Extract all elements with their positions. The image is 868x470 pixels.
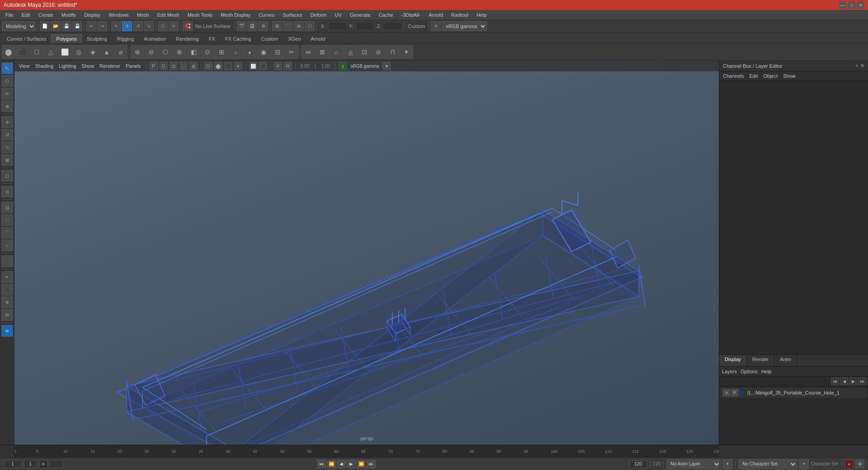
shelf-icon-sphere[interactable]: ⬤ [2, 45, 15, 59]
vp-texture-btn[interactable]: ⬛ [224, 62, 232, 70]
character-set-settings[interactable]: ▼ [799, 459, 809, 469]
vp-wireframe-btn[interactable]: ⬡ [204, 62, 212, 70]
shelf-icon-combine[interactable]: ⊕ [131, 45, 144, 59]
menu-display[interactable]: Display [80, 11, 104, 19]
snap-points-left[interactable]: ⊡ [1, 202, 13, 213]
shelf-icon-pyramid[interactable]: ▲ [100, 45, 113, 59]
shelf-icon-insert-edge[interactable]: ⊟ [271, 45, 284, 59]
vp-smooth-shade-btn[interactable]: ⬤ [214, 62, 222, 70]
menu-deform[interactable]: Deform [307, 11, 330, 19]
vp-frame-selection[interactable]: ⊞ [189, 62, 198, 70]
vp-frame-all[interactable]: ⬚ [179, 62, 188, 70]
shelf-icon-extrude[interactable]: ⬡ [159, 45, 172, 59]
step-forward-button[interactable]: ⏩ [357, 460, 366, 469]
shelf-icon-loop-edge[interactable]: ⬦ [229, 45, 242, 59]
show-manip-left[interactable]: ⊙ [1, 186, 13, 197]
shelf-tab-fx-caching[interactable]: FX Caching [220, 34, 256, 43]
shelf-icon-separate[interactable]: ⊖ [145, 45, 158, 59]
y-coord-input[interactable] [356, 22, 374, 30]
snap-point-button[interactable]: ⊕ [294, 21, 304, 31]
shelf-icon-mirror[interactable]: ⇔ [302, 45, 315, 59]
anim-layer-settings[interactable]: ▼ [722, 459, 732, 469]
gamma-icon[interactable]: ☀ [431, 21, 441, 31]
ipr-button[interactable]: 🖼 [247, 21, 257, 31]
shelf-tab-sculpting[interactable]: Sculpting [82, 34, 112, 43]
paint-select-left[interactable]: ✏ [1, 88, 13, 99]
snap-curve-button[interactable]: ⌒ [283, 21, 293, 31]
shelf-icon-cone[interactable]: △ [44, 45, 57, 59]
snap-grid-button[interactable]: ⊞ [272, 21, 282, 31]
step-back-button[interactable]: ⏪ [327, 460, 336, 469]
shelf-icon-bevel[interactable]: ◧ [187, 45, 200, 59]
layers-menu-layers[interactable]: Layers [722, 369, 737, 374]
menu-cache[interactable]: Cache [375, 11, 397, 19]
shelf-icon-multi-cut[interactable]: ✂ [285, 45, 298, 59]
render-button[interactable]: 🎬 [236, 21, 246, 31]
go-to-start-button[interactable]: ⏮ [317, 460, 326, 469]
character-set-dropdown[interactable]: No Character Set [738, 459, 797, 469]
new-scene-button[interactable]: 📄 [40, 21, 50, 31]
shelf-tab-animation[interactable]: Animation [139, 34, 171, 43]
redo-button[interactable]: ↪ [97, 21, 107, 31]
open-scene-button[interactable]: 📂 [51, 21, 61, 31]
maximize-button[interactable]: □ [848, 1, 855, 9]
snap-grid-left[interactable]: ⬚ [1, 214, 13, 226]
select-tool-left[interactable]: ↖ [1, 62, 13, 74]
scale-tool-button[interactable]: ⤡ [144, 21, 154, 31]
lasso-select[interactable]: ⬡ [158, 21, 168, 31]
snap-surface-button[interactable]: ⬡ [305, 21, 315, 31]
shelf-icon-offset-edge[interactable]: ⬧ [243, 45, 256, 59]
shelf-tab-rendering[interactable]: Rendering [171, 34, 204, 43]
anim-start-input[interactable] [4, 460, 22, 468]
layer-prev-button[interactable]: ◀ [840, 377, 848, 385]
shelf-icon-cylinder[interactable]: ⬡ [30, 45, 43, 59]
layer-new-button[interactable]: ⏮ [831, 377, 839, 385]
channel-box-expand[interactable]: + [856, 63, 859, 69]
namespace-editor[interactable]: ⊕ [1, 296, 13, 308]
maya-logo-button[interactable]: M [1, 325, 13, 337]
gamma-dropdown[interactable]: sRGB gamma [442, 21, 487, 31]
shelf-icon-circularize[interactable]: ◉ [257, 45, 270, 59]
layers-menu-help[interactable]: Help [761, 369, 772, 374]
layer-end-button[interactable]: ⏭ [858, 377, 866, 385]
auto-key-button[interactable]: ● [844, 460, 854, 469]
menu-create[interactable]: Create [35, 11, 57, 19]
soft-select-left[interactable]: ⊕ [1, 100, 13, 112]
menu-windows[interactable]: Windows [105, 11, 132, 19]
channel-box-close[interactable]: ✕ [860, 63, 864, 69]
timeline-numbers[interactable]: 1510152025303540455055606570758085909510… [14, 445, 719, 458]
ch-menu-edit[interactable]: Edit [749, 73, 758, 79]
z-coord-input[interactable] [384, 22, 402, 30]
vp-camera-orth[interactable]: O [160, 62, 168, 70]
vp-hud-toggle[interactable]: H [284, 62, 292, 70]
undo-button[interactable]: ↩ [86, 21, 96, 31]
vp-gamma-btn[interactable]: γ [339, 62, 347, 70]
display-layer-editor[interactable]: ≡ [1, 271, 13, 283]
menu-3dto-all[interactable]: -3DtoAll- [397, 11, 424, 19]
vp-isolate[interactable]: ⊡ [170, 62, 178, 70]
render-settings-button[interactable]: ⚙ [258, 21, 268, 31]
move-tool-left[interactable]: ✛ [1, 116, 13, 128]
render-layers[interactable]: ⬛ [1, 284, 13, 296]
menu-edit-mesh[interactable]: Edit Mesh [154, 11, 183, 19]
shelf-tab-polygons[interactable]: Polygons [51, 34, 81, 43]
rotate-tool-left[interactable]: ↺ [1, 129, 13, 141]
vp-menu-renderer[interactable]: Renderer [98, 63, 122, 69]
shelf-tab-custom[interactable]: Custom [256, 34, 283, 43]
vp-menu-show[interactable]: Show [80, 63, 96, 69]
shelf-tab-curves-surfaces[interactable]: Curves / Surfaces [2, 34, 51, 43]
vp-film-gate[interactable]: ⬛ [259, 62, 267, 70]
shelf-icon-bridge[interactable]: ⊗ [173, 45, 186, 59]
mode-dropdown[interactable]: Modeling [2, 21, 36, 31]
ch-menu-object[interactable]: Object [763, 73, 778, 79]
menu-mesh-display[interactable]: Mesh Display [217, 11, 254, 19]
shelf-icon-boolean[interactable]: ⊓ [386, 45, 399, 59]
vp-grid-toggle[interactable]: # [274, 62, 282, 70]
layers-menu-options[interactable]: Options [741, 369, 758, 374]
shelf-tab-xgen[interactable]: XGen [283, 34, 306, 43]
ch-menu-show[interactable]: Show [783, 73, 796, 79]
menu-radtool[interactable]: Radtool [448, 11, 472, 19]
save-scene-button[interactable]: 💾 [61, 21, 71, 31]
move-tool-button[interactable]: ✛ [122, 21, 132, 31]
shelf-icon-sculpt[interactable]: ✦ [400, 45, 413, 59]
